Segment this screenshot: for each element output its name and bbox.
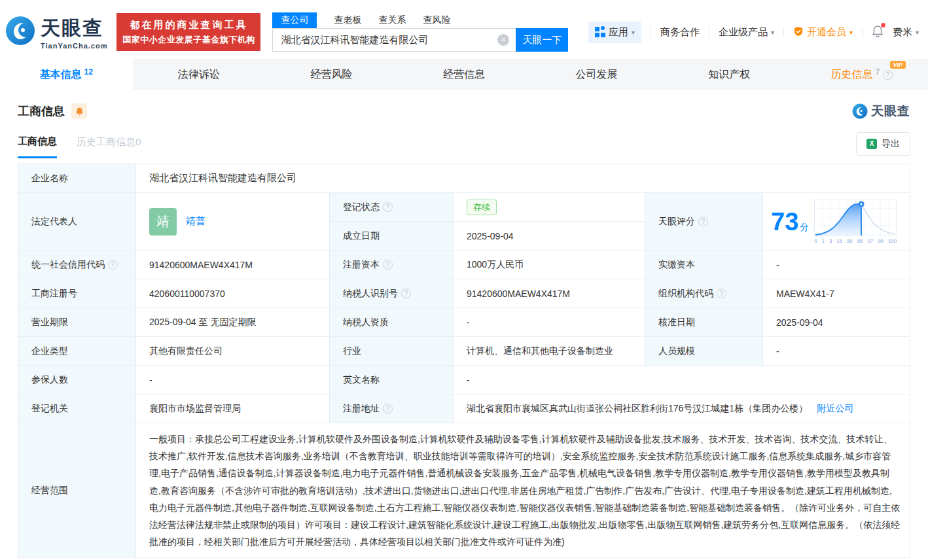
field-label-legal-rep: 法定代表人 [18, 193, 136, 251]
subscribe-bell-icon[interactable] [71, 103, 87, 119]
vip-label: 开通会员 [807, 26, 846, 39]
field-value-taxpayer-id: 91420600MAEW4X417M [454, 279, 645, 308]
search-tabs: 查公司 查老板 查关系 查风险 [272, 12, 568, 28]
tab-operating-risk[interactable]: 经营风险 [265, 59, 398, 90]
help-icon[interactable]: ? [698, 217, 708, 226]
field-label-reg-address: 注册地址 ? [330, 394, 454, 423]
field-label-text: 统一社会信用代码 [31, 259, 105, 271]
field-label-reg-authority: 登记机关 [18, 394, 136, 423]
help-icon[interactable]: ? [383, 202, 393, 212]
field-label-paid-capital: 实缴资本 [645, 251, 763, 279]
search-tab-boss[interactable]: 查老板 [334, 12, 361, 28]
divider [862, 27, 863, 37]
field-value-establish-date: 2025-09-04 [454, 222, 645, 251]
tab-label: 知识产权 [708, 68, 750, 82]
vip-menu[interactable]: 开通会员 ▾ [793, 26, 853, 39]
top-menu: 应用 ▾ 商务合作 企业级产品 ▾ 开通会员 ▾ [588, 22, 919, 43]
main-content: 工商信息 天眼查 工商信息 历史工商信息0 X 导出 [0, 101, 928, 558]
logo-text-cn: 天眼查 [41, 15, 107, 42]
tab-history-info[interactable]: 历史信息 7 ? VIP [795, 59, 928, 90]
tab-label: 公司发展 [576, 68, 618, 82]
field-label-text: 登记状态 [343, 201, 380, 213]
user-menu[interactable]: 费米 ▾ [893, 26, 919, 39]
field-value-business-term: 2025-09-04 至 无固定期限 [136, 308, 330, 337]
cooperation-menu[interactable]: 商务合作 [660, 26, 700, 39]
legal-rep-cell: 靖 靖普 [136, 193, 330, 251]
logo-text-en: TianYanCha.com [41, 42, 107, 50]
header: 天眼查 TianYanCha.com 都在用的商业查询工具 国家中小企业发展子基… [0, 0, 928, 59]
status-badge: 存续 [467, 200, 497, 215]
subtab-business-info[interactable]: 工商信息 [18, 135, 57, 158]
help-icon[interactable]: ? [717, 289, 726, 298]
field-label-text: 纳税人识别号 [343, 288, 398, 300]
search-button[interactable]: 天眼一下 [516, 28, 568, 52]
field-value-paid-capital: - [763, 251, 910, 279]
search-tab-risk[interactable]: 查风险 [423, 12, 450, 28]
field-label-text: 天眼评分 [658, 216, 695, 228]
tab-label: 历史信息 [830, 68, 872, 82]
field-label-taxpayer-id: 纳税人识别号 ? [330, 279, 454, 308]
nearby-companies-link[interactable]: 附近公司 [817, 403, 853, 415]
divider [783, 27, 784, 37]
field-label-business-scope: 经营范围 [18, 423, 136, 558]
username-label: 费米 [893, 26, 912, 39]
search-tab-company[interactable]: 查公司 [272, 12, 317, 28]
field-value-reg-number: 420600110007370 [136, 279, 330, 308]
help-icon[interactable]: ? [383, 260, 393, 270]
tab-label: 经营风险 [310, 68, 352, 82]
export-button[interactable]: X 导出 [856, 132, 910, 156]
notification-bell-icon[interactable] [872, 25, 883, 40]
field-label-company-type: 企业类型 [18, 337, 136, 366]
tab-company-development[interactable]: 公司发展 [530, 59, 663, 90]
tab-count: 7 [875, 67, 880, 77]
tianyancha-logo[interactable]: 天眼查 TianYanCha.com [5, 15, 107, 50]
slogan-line1: 都在用的商业查询工具 [130, 19, 247, 31]
chevron-down-icon: ▾ [632, 29, 635, 36]
watermark-text: 天眼查 [871, 103, 910, 120]
field-label-credit-code: 统一社会信用代码 ? [18, 251, 136, 279]
field-label-company-name: 企业名称 [18, 164, 136, 193]
chevron-down-icon: ▾ [916, 29, 919, 36]
tab-count: 12 [84, 67, 93, 77]
tab-legal-proceedings[interactable]: 法律诉讼 [133, 59, 266, 90]
field-label-text: 注册资本 [343, 259, 380, 271]
help-icon[interactable]: ? [401, 289, 411, 298]
field-value-industry: 计算机、通信和其他电子设备制造业 [454, 337, 645, 366]
apps-label: 应用 [609, 26, 628, 39]
excel-icon: X [866, 139, 877, 149]
tab-label: 经营信息 [443, 68, 485, 82]
notification-dot [881, 23, 885, 27]
score-distribution-chart[interactable]: 0131550859799100 [814, 200, 897, 244]
page-title: 工商信息 [18, 103, 65, 119]
help-icon[interactable]: ? [883, 70, 893, 80]
field-value-credit-code: 91420600MAEW4X417M [136, 251, 330, 279]
search-tab-relation[interactable]: 查关系 [378, 12, 406, 28]
apps-menu[interactable]: 应用 ▾ [588, 22, 641, 43]
export-label: 导出 [882, 138, 900, 150]
field-value-org-code: MAEW4X41-7 [763, 279, 910, 308]
tab-label: 法律诉讼 [178, 68, 220, 82]
field-label-reg-status: 登记状态 ? [330, 193, 454, 222]
chevron-down-icon: ▾ [849, 29, 853, 36]
tab-operating-info[interactable]: 经营信息 [398, 59, 531, 90]
legal-rep-name-link[interactable]: 靖普 [186, 215, 205, 228]
search-input[interactable] [272, 28, 516, 52]
help-icon[interactable]: ? [108, 260, 118, 270]
tab-intellectual-property[interactable]: 知识产权 [663, 59, 796, 90]
score-axis-labels: 0131550859799100 [814, 238, 897, 244]
avatar[interactable]: 靖 [149, 208, 177, 236]
field-label-approval-date: 核准日期 [645, 308, 763, 337]
field-label-industry: 行业 [330, 337, 454, 366]
subtab-history-business-info[interactable]: 历史工商信息0 [77, 136, 141, 157]
field-value-approval-date: 2025-09-04 [763, 308, 910, 337]
tab-basic-info[interactable]: 基本信息 12 [0, 59, 133, 90]
enterprise-menu[interactable]: 企业级产品 ▾ [719, 26, 774, 39]
score-unit: 分 [800, 222, 809, 232]
field-value-reg-capital: 1000万人民币 [454, 251, 645, 279]
help-icon[interactable]: ? [383, 404, 393, 413]
field-value-staff-size: - [763, 337, 910, 366]
field-label-english-name: 英文名称 [330, 366, 454, 394]
score-value: 73 [771, 208, 798, 236]
field-label-insured-count: 参保人数 [18, 366, 136, 394]
field-label-staff-size: 人员规模 [645, 337, 763, 366]
